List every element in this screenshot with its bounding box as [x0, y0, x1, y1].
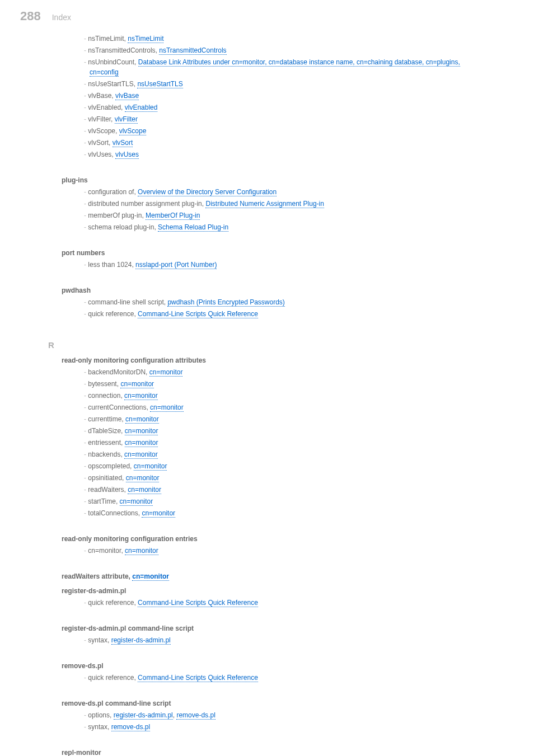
content-area: nsTimeLimit, nsTimeLimit nsTransmittedCo… [0, 34, 487, 756]
heading-port-numbers: port numbers [62, 248, 487, 258]
list-item: schema reload plug-in, Schema Reload Plu… [84, 222, 487, 232]
list-item: vlvScope, vlvScope [84, 126, 487, 136]
section-register-ds-admin: register-ds-admin.pl quick reference, Co… [62, 586, 487, 608]
link-register-ds-admin[interactable]: register-ds-admin.pl [114, 711, 173, 720]
list-item: opsinitiated, cn=monitor [84, 473, 487, 483]
list-item: quick reference, Command-Line Scripts Qu… [84, 598, 487, 608]
heading-repl-monitor: repl-monitor [62, 748, 487, 757]
link-database-link-attributes[interactable]: Database Link Attributes under cn=monito… [90, 58, 460, 77]
link-distributed-numeric[interactable]: Distributed Numeric Assignment Plug-in [205, 200, 324, 208]
link-remove-ds[interactable]: remove-ds.pl [176, 711, 215, 720]
link-cli-quick-ref[interactable]: Command-Line Scripts Quick Reference [138, 599, 258, 607]
heading-register-ds-admin: register-ds-admin.pl [62, 586, 487, 596]
section-plug-ins: plug-ins configuration of, Overview of t… [62, 175, 487, 232]
link-cn-monitor[interactable]: cn=monitor [120, 497, 153, 506]
link-nstimelimit[interactable]: nsTimeLimit [128, 35, 163, 43]
link-cli-quick-ref[interactable]: Command-Line Scripts Quick Reference [138, 310, 258, 318]
link-cn-monitor[interactable]: cn=monitor [120, 380, 154, 388]
link-nsusestarttls[interactable]: nsUseStartTLS [137, 80, 182, 88]
link-cn-monitor[interactable]: cn=monitor [126, 474, 160, 482]
link-cn-monitor[interactable]: cn=monitor [150, 403, 184, 412]
heading-pwdhash: pwdhash [62, 285, 487, 295]
section-remove-ds: remove-ds.pl quick reference, Command-Li… [62, 661, 487, 683]
link-cn-monitor[interactable]: cn=monitor [149, 368, 183, 377]
link-nstransmittedcontrols[interactable]: nsTransmittedControls [159, 46, 226, 55]
heading-plug-ins: plug-ins [62, 175, 487, 185]
link-remove-ds[interactable]: remove-ds.pl [111, 723, 150, 731]
section-readwaiters-attribute: readWaiters attribute, cn=monitor [62, 571, 487, 581]
list-item: vlvSort, vlvSort [84, 138, 487, 148]
section-pwdhash: pwdhash command-line shell script, pwdha… [62, 285, 487, 319]
list-item: currentConnections, cn=monitor [84, 402, 487, 412]
top-continuation-block: nsTimeLimit, nsTimeLimit nsTransmittedCo… [62, 34, 487, 159]
heading-readonly-attrs: read-only monitoring configuration attri… [62, 355, 487, 365]
link-cn-monitor[interactable]: cn=monitor [125, 427, 158, 435]
link-nsslapd-port[interactable]: nsslapd-port (Port Number) [135, 261, 217, 269]
link-cn-monitor[interactable]: cn=monitor [132, 572, 169, 581]
section-register-ds-admin-cli: register-ds-admin.pl command-line script… [62, 623, 487, 645]
list-item: distributed number assignment plug-in, D… [84, 199, 487, 209]
list-item: command-line shell script, pwdhash (Prin… [84, 297, 487, 307]
heading-readwaiters: readWaiters attribute, cn=monitor [62, 571, 487, 581]
heading-readonly-entries: read-only monitoring configuration entri… [62, 534, 487, 544]
list-item: backendMonitorDN, cn=monitor [84, 367, 487, 377]
section-port-numbers: port numbers less than 1024, nsslapd-por… [62, 248, 487, 270]
link-vlvscope[interactable]: vlvScope [119, 127, 147, 135]
list-item: options, register-ds-admin.pl, remove-ds… [84, 710, 487, 720]
link-cn-monitor[interactable]: cn=monitor [142, 509, 175, 518]
link-cn-monitor[interactable]: cn=monitor [128, 486, 161, 494]
list-item: opscompleted, cn=monitor [84, 461, 487, 471]
list-item: currenttime, cn=monitor [84, 414, 487, 424]
link-vlvbase[interactable]: vlvBase [115, 92, 139, 100]
link-pwdhash[interactable]: pwdhash (Prints Encrypted Passwords) [167, 298, 284, 307]
list-item: vlvUses, vlvUses [84, 149, 487, 159]
list-item: nsTransmittedControls, nsTransmittedCont… [84, 45, 487, 55]
list-item: nsUseStartTLS, nsUseStartTLS [84, 79, 487, 89]
link-register-ds-admin[interactable]: register-ds-admin.pl [111, 636, 171, 645]
page-number: 288 [20, 7, 41, 25]
list-item: quick reference, Command-Line Scripts Qu… [84, 309, 487, 319]
link-cn-monitor[interactable]: cn=monitor [125, 439, 158, 447]
section-remove-ds-cli: remove-ds.pl command-line script options… [62, 698, 487, 732]
link-memberof-plugin[interactable]: MemberOf Plug-in [146, 212, 200, 220]
page-header: 288 Index [0, 0, 534, 32]
list-item: cn=monitor, cn=monitor [84, 546, 487, 556]
link-vlvfilter[interactable]: vlvFilter [115, 115, 138, 124]
link-overview-config[interactable]: Overview of the Directory Server Configu… [138, 188, 277, 196]
link-vlvsort[interactable]: vlvSort [113, 139, 133, 147]
list-item: connection, cn=monitor [84, 391, 487, 401]
list-item: vlvEnabled, vlvEnabled [84, 102, 487, 112]
list-item: syntax, register-ds-admin.pl [84, 635, 487, 645]
list-item: dTableSize, cn=monitor [84, 426, 487, 436]
list-item: startTime, cn=monitor [84, 496, 487, 506]
list-item: less than 1024, nsslapd-port (Port Numbe… [84, 260, 487, 270]
heading-remove-ds: remove-ds.pl [62, 661, 487, 671]
link-schema-reload[interactable]: Schema Reload Plug-in [158, 223, 228, 232]
link-cli-quick-ref[interactable]: Command-Line Scripts Quick Reference [138, 674, 258, 682]
list-item: nbackends, cn=monitor [84, 449, 487, 459]
list-item: quick reference, Command-Line Scripts Qu… [84, 673, 487, 683]
link-cn-monitor[interactable]: cn=monitor [124, 450, 158, 459]
page: 288 Index nsTimeLimit, nsTimeLimit nsTra… [0, 0, 534, 756]
section-readonly-entries: read-only monitoring configuration entri… [62, 534, 487, 556]
link-cn-monitor[interactable]: cn=monitor [134, 462, 167, 471]
section-repl-monitor: repl-monitor command-line shell script, … [62, 748, 487, 757]
link-vlvuses[interactable]: vlvUses [115, 151, 139, 159]
list-item: memberOf plug-in, MemberOf Plug-in [84, 210, 487, 220]
list-item: nsUnbindCount, Database Link Attributes … [84, 57, 487, 77]
link-cn-monitor[interactable]: cn=monitor [125, 415, 159, 424]
list-item: vlvFilter, vlvFilter [84, 114, 487, 124]
heading-register-ds-admin-cli: register-ds-admin.pl command-line script [62, 623, 487, 633]
header-title: Index [52, 12, 71, 24]
list-item: nsTimeLimit, nsTimeLimit [84, 34, 487, 44]
list-item: vlvBase, vlvBase [84, 91, 487, 101]
link-cn-monitor[interactable]: cn=monitor [124, 392, 158, 400]
link-cn-monitor[interactable]: cn=monitor [125, 547, 158, 555]
list-item: entriessent, cn=monitor [84, 438, 487, 448]
letter-heading-r: R [48, 339, 487, 352]
section-readonly-attrs: read-only monitoring configuration attri… [62, 355, 487, 518]
list-item: totalConnections, cn=monitor [84, 508, 487, 518]
list-item: readWaiters, cn=monitor [84, 485, 487, 495]
link-vlvenabled[interactable]: vlvEnabled [125, 104, 158, 112]
list-item: configuration of, Overview of the Direct… [84, 187, 487, 197]
